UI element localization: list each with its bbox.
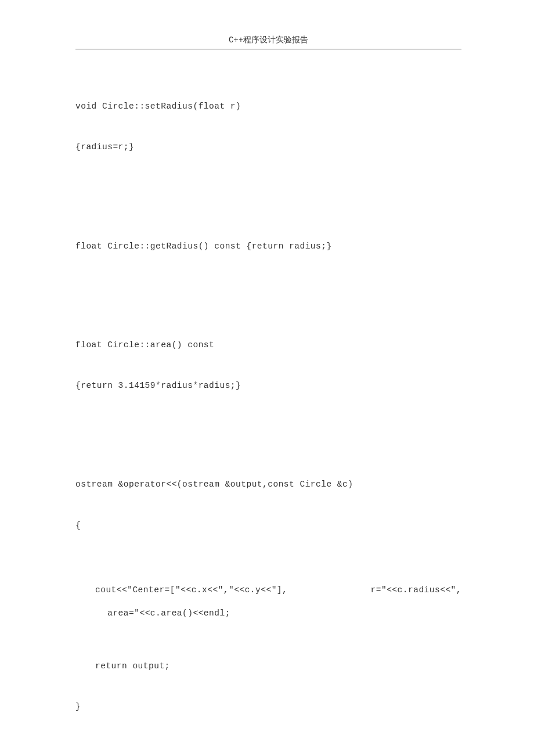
code-line: float Circle::getRadius() const {return … (75, 240, 461, 252)
blank-line (75, 751, 461, 756)
document-page: C++程序设计实验报告 void Circle::setRadius(float… (0, 0, 534, 756)
blank-line (75, 192, 461, 213)
code-line: return output; (75, 660, 461, 672)
code-line: cout<<"Center=["<<c.x<<","<<c.y<<"], r="… (75, 560, 461, 631)
code-span: r="<<c.radius<<", (371, 584, 461, 596)
page-header: C++程序设计实验报告 (75, 35, 461, 49)
code-line: {radius=r;} (75, 141, 461, 153)
code-block: void Circle::setRadius(float r) {radius=… (75, 73, 461, 756)
code-line: } (75, 701, 461, 712)
blank-line (75, 290, 461, 311)
code-line: ostream &operator<<(ostream &output,cons… (75, 478, 461, 490)
code-line: void Circle::setRadius(float r) (75, 100, 461, 112)
code-span: area="<<c.area()<<endl; (107, 609, 230, 618)
blank-line (75, 430, 461, 451)
code-span: cout<<"Center=["<<c.x<<","<<c.y<<"], (75, 584, 287, 596)
code-line: { (75, 520, 461, 531)
code-line: float Circle::area() const (75, 339, 461, 351)
code-line: {return 3.14159*radius*radius;} (75, 380, 461, 391)
